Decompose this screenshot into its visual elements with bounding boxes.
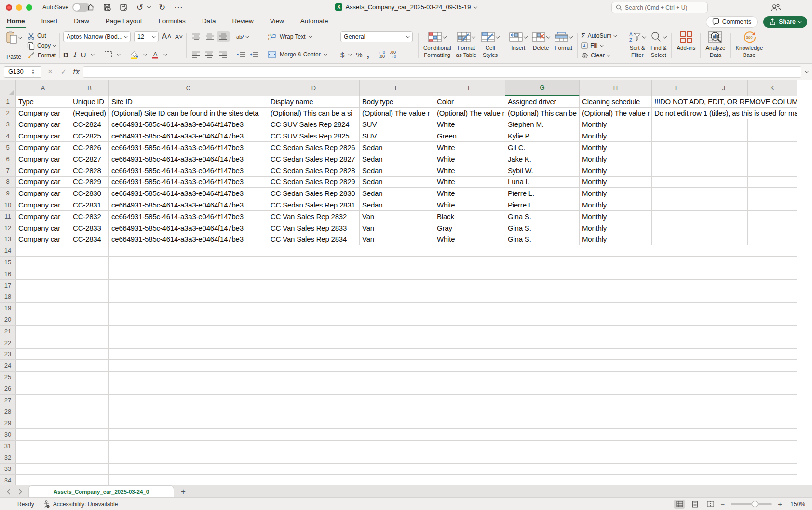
orientation-icon[interactable]: ab [235, 33, 245, 41]
cell-B26[interactable] [70, 383, 109, 394]
cell-H11[interactable]: Monthly [580, 211, 652, 222]
empty-region-row-32[interactable] [268, 452, 797, 463]
cell-A17[interactable] [16, 280, 70, 291]
cell-A25[interactable] [16, 372, 70, 383]
cell-C19[interactable] [109, 303, 268, 314]
conditional-formatting-button[interactable]: Conditional Formatting [421, 30, 454, 62]
zoom-level[interactable]: 150% [787, 501, 805, 508]
ribbon-tab-insert[interactable]: Insert [41, 16, 59, 28]
cell-I6[interactable] [652, 153, 700, 165]
document-title[interactable]: Assets_Company_car_2025-03-24_09-35-19 [345, 3, 471, 11]
row-header-15[interactable]: 15 [0, 257, 16, 268]
cell-C6[interactable]: ce664931-585c-4614-a3a3-e0464f147be3 [109, 153, 268, 165]
cell-E1[interactable]: Body type [360, 96, 434, 107]
cell-E12[interactable]: Van [360, 222, 434, 234]
cell-G12[interactable]: Gina S. [505, 222, 580, 234]
decrease-decimal-icon[interactable]: .00→0 [390, 50, 396, 59]
cell-I10[interactable] [652, 199, 700, 210]
cell-C13[interactable]: ce664931-585c-4614-a3a3-e0464f147be3 [109, 234, 268, 245]
cell-C12[interactable]: ce664931-585c-4614-a3a3-e0464f147be3 [109, 222, 268, 234]
wrap-text-label[interactable]: Wrap Text [280, 33, 306, 40]
empty-region-row-34[interactable] [268, 475, 797, 485]
cell-B30[interactable] [70, 429, 109, 440]
cell-C11[interactable]: ce664931-585c-4614-a3a3-e0464f147be3 [109, 211, 268, 222]
prev-sheet-icon[interactable] [7, 489, 11, 495]
cell-J11[interactable] [700, 211, 748, 222]
cell-B22[interactable] [70, 337, 109, 348]
fill-color-icon[interactable] [130, 51, 139, 59]
cell-A26[interactable] [16, 383, 70, 394]
row-header-5[interactable]: 5 [0, 142, 16, 153]
cell-B23[interactable] [70, 349, 109, 360]
cell-F10[interactable]: White [434, 199, 505, 210]
cell-A11[interactable]: Company car [16, 211, 70, 222]
cell-D8[interactable]: CC Sedan Sales Rep 2829 [268, 177, 360, 188]
align-right-icon[interactable] [217, 49, 229, 60]
empty-region-row-22[interactable] [268, 337, 797, 348]
cell-H9[interactable]: Monthly [580, 188, 652, 199]
currency-format-icon[interactable]: $ [340, 51, 344, 59]
format-painter-button[interactable]: Format [27, 51, 56, 60]
cell-J7[interactable] [700, 165, 748, 176]
cell-A20[interactable] [16, 314, 70, 325]
cell-F2[interactable]: (Optional) The value r [434, 108, 505, 119]
cell-B15[interactable] [70, 257, 109, 268]
ribbon-tab-review[interactable]: Review [231, 16, 254, 28]
cell-A32[interactable] [16, 452, 70, 463]
cell-K4[interactable] [748, 130, 797, 141]
cell-K13[interactable] [748, 234, 797, 245]
empty-region-row-21[interactable] [268, 326, 797, 337]
cell-B18[interactable] [70, 291, 109, 303]
copy-button[interactable]: Copy [27, 41, 56, 51]
cell-G5[interactable]: Gil C. [505, 142, 580, 153]
ribbon-tab-automate[interactable]: Automate [299, 16, 329, 28]
cell-A14[interactable] [16, 245, 70, 256]
cell-H5[interactable]: Monthly [580, 142, 652, 153]
cell-D6[interactable]: CC Sedan Sales Rep 2827 [268, 153, 360, 165]
row-header-32[interactable]: 32 [0, 452, 16, 463]
title-chevron-icon[interactable] [473, 4, 477, 8]
ribbon-tab-page-layout[interactable]: Page Layout [105, 16, 143, 28]
cell-K12[interactable] [748, 222, 797, 234]
cell-C21[interactable] [109, 326, 268, 337]
clear-button[interactable]: Clear [581, 51, 625, 60]
cell-B3[interactable]: CC-2824 [70, 119, 109, 130]
cell-G7[interactable]: Sybil W. [505, 165, 580, 176]
accessibility-status[interactable]: Accessibility: Unavailable [53, 501, 118, 508]
cell-H10[interactable]: Monthly [580, 199, 652, 210]
add-ins-button[interactable]: Add-ins [674, 30, 698, 62]
row-header-34[interactable]: 34 [0, 475, 16, 485]
cell-K8[interactable] [748, 177, 797, 188]
cell-I13[interactable] [652, 234, 700, 245]
cell-C10[interactable]: ce664931-585c-4614-a3a3-e0464f147be3 [109, 199, 268, 210]
ribbon-tab-home[interactable]: Home [6, 16, 26, 28]
cell-C8[interactable]: ce664931-585c-4614-a3a3-e0464f147be3 [109, 177, 268, 188]
cell-A27[interactable] [16, 395, 70, 406]
share-button[interactable]: Share [763, 16, 807, 28]
cut-button[interactable]: Cut [27, 31, 56, 41]
wrap-text-chevron-icon[interactable] [308, 34, 312, 38]
row-header-30[interactable]: 30 [0, 429, 16, 440]
cell-A10[interactable]: Company car [16, 199, 70, 210]
row-header-21[interactable]: 21 [0, 326, 16, 337]
cell-A2[interactable]: Company car [16, 108, 70, 119]
cell-C15[interactable] [109, 257, 268, 268]
increase-font-size-icon[interactable]: A˄ [162, 32, 172, 41]
column-header-B[interactable]: B [70, 80, 109, 96]
cell-B4[interactable]: CC-2825 [70, 130, 109, 141]
row-header-26[interactable]: 26 [0, 383, 16, 394]
cell-B14[interactable] [70, 245, 109, 256]
cell-C22[interactable] [109, 337, 268, 348]
row-header-16[interactable]: 16 [0, 268, 16, 279]
cell-A4[interactable]: Company car [16, 130, 70, 141]
decrease-indent-icon[interactable] [235, 49, 247, 60]
format-as-table-button[interactable]: Format as Table [454, 30, 479, 62]
cell-B21[interactable] [70, 326, 109, 337]
cell-B9[interactable]: CC-2830 [70, 188, 109, 199]
cell-E9[interactable]: Sedan [360, 188, 434, 199]
paste-button[interactable]: Paste [4, 30, 24, 62]
cell-H3[interactable]: Monthly [580, 119, 652, 130]
cell-G13[interactable]: Gina S. [505, 234, 580, 245]
cell-K7[interactable] [748, 165, 797, 176]
empty-region-row-31[interactable] [268, 441, 797, 452]
